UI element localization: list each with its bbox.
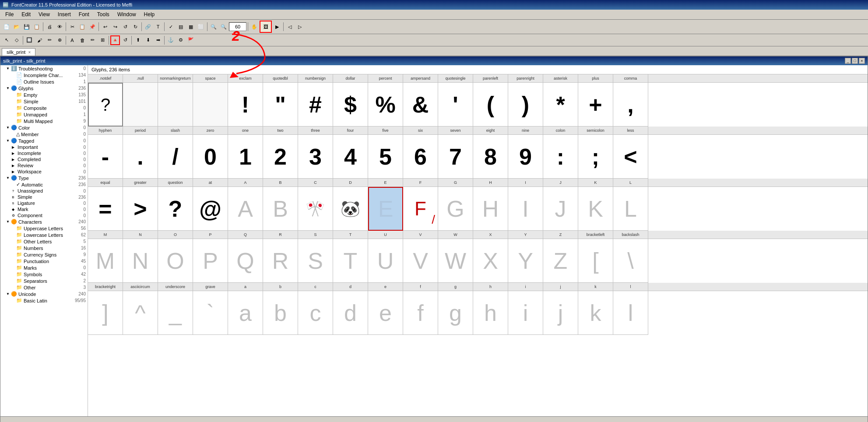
paste-button[interactable]: 📌 [88, 22, 97, 32]
glyph-cell-4-15[interactable]: l [613, 291, 648, 335]
sidebar-item-type[interactable]: ▼ 🔵 Type 236 [0, 175, 88, 181]
glyph-cell-1-13[interactable]: : [543, 135, 578, 179]
glyph-cell-0-3[interactable] [193, 83, 228, 127]
new-button[interactable]: 📄 [2, 22, 11, 32]
glyph-cell-1-5[interactable]: 2 [263, 135, 298, 179]
glyph-cell-3-5[interactable]: R [263, 239, 298, 283]
glyph-cell-1-0[interactable]: - [88, 135, 123, 179]
glyph-cell-3-12[interactable]: Y [508, 239, 543, 283]
glyph-cell-2-15[interactable]: L [613, 187, 648, 231]
glyph-cell-0-14[interactable]: + [578, 83, 613, 127]
glyph-cell-1-15[interactable]: < [613, 135, 648, 179]
glyph-cell-0-12[interactable]: ) [508, 83, 543, 127]
glyph-cell-0-13[interactable]: * [543, 83, 578, 127]
glyph-cell-0-4[interactable]: ! [228, 83, 263, 127]
glyph-cell-4-12[interactable]: i [508, 291, 543, 335]
sidebar-item-unmapped[interactable]: 📁 Unmapped 1 [0, 111, 88, 118]
glyph-cell-2-2[interactable]: ? [158, 187, 193, 231]
glyph-cell-0-0[interactable]: ? [88, 83, 123, 127]
link-button[interactable]: 🔗 [143, 22, 153, 32]
glyph-cell-3-0[interactable]: M [88, 239, 123, 283]
zoom-btn2[interactable]: ⊕ [55, 35, 64, 45]
glyph-cell-3-4[interactable]: Q [228, 239, 263, 283]
validate-button[interactable]: ✓ [166, 22, 176, 32]
glyph-cell-4-2[interactable]: _ [158, 291, 193, 335]
test-button[interactable]: ▤ [176, 22, 186, 32]
glyph-cell-2-7[interactable]: 🐼 [333, 187, 368, 231]
glyph-cell-3-1[interactable]: N [123, 239, 158, 283]
glyph-cell-4-0[interactable]: ] [88, 291, 123, 335]
sidebar-item-marks[interactable]: 📁 Marks 0 [0, 264, 88, 271]
sidebar-item-symbols[interactable]: 📁 Symbols 42 [0, 271, 88, 278]
glyph-cell-0-11[interactable]: ( [473, 83, 508, 127]
sidebar-item-multi-mapped[interactable]: 📁 Multi Mapped 9 [0, 118, 88, 124]
menu-insert[interactable]: Insert [54, 11, 74, 18]
glyph-cell-1-10[interactable]: 7 [438, 135, 473, 179]
sidebar-item-tagged[interactable]: ▼ 🔵 Tagged 0 [0, 137, 88, 144]
zoom-in-button[interactable]: 🔍 [219, 22, 228, 32]
sidebar-item-review[interactable]: ▶ Review 0 [0, 162, 88, 169]
undo-button[interactable]: ↩ [100, 22, 110, 32]
sidebar-item-troubleshooting[interactable]: ▼ ℹ️ Troubleshooting 0 [0, 65, 88, 72]
sidebar-item-important[interactable]: ▶ Important 0 [0, 144, 88, 150]
sidebar-item-composite[interactable]: 📁 Composite 0 [0, 105, 88, 111]
print-button[interactable]: 🖨 [45, 22, 54, 32]
test3-button[interactable]: ⬜ [196, 22, 206, 32]
glyph-cell-4-5[interactable]: b [263, 291, 298, 335]
menu-tools[interactable]: Tools [94, 11, 113, 18]
glyph-cell-2-14[interactable]: K [578, 187, 613, 231]
glyph-cell-2-13[interactable]: J [543, 187, 578, 231]
glyph-cell-1-2[interactable]: / [158, 135, 193, 179]
menu-font[interactable]: Font [75, 11, 93, 18]
glyph-cell-0-15[interactable]: , [613, 83, 648, 127]
glyph-cell-1-8[interactable]: 5 [368, 135, 403, 179]
zoom-out-button[interactable]: 🔍 [209, 22, 218, 32]
menu-edit[interactable]: Edit [18, 11, 34, 18]
sidebar-item-color[interactable]: ▼ 🔵 Color 0 [0, 124, 88, 131]
sidebar-item-glyphs[interactable]: ▼ 🔵 Glyphs 236 [0, 85, 88, 91]
glyph-cell-2-10[interactable]: G [438, 187, 473, 231]
glyph-cell-0-5[interactable]: " [263, 83, 298, 127]
sidebar-item-punctuation[interactable]: 📁 Punctuation 45 [0, 258, 88, 264]
glyph-cell-1-9[interactable]: 6 [403, 135, 438, 179]
glyph-cell-3-11[interactable]: X [473, 239, 508, 283]
sidebar-item-component[interactable]: ⚙ Component 0 [0, 212, 88, 218]
arrow-up-button[interactable]: ⬆ [133, 35, 143, 45]
glyph-cell-3-15[interactable]: \ [613, 239, 648, 283]
paint-button[interactable]: 🖌 [35, 35, 44, 45]
menu-view[interactable]: View [35, 11, 53, 18]
pencil-tool[interactable]: ✏ [88, 35, 97, 45]
open-button[interactable]: 📂 [12, 22, 21, 32]
glyph-cell-4-14[interactable]: k [578, 291, 613, 335]
sidebar-item-numbers[interactable]: 📁 Numbers 16 [0, 245, 88, 251]
menu-file[interactable]: File [2, 11, 17, 18]
glyph-cell-3-10[interactable]: W [438, 239, 473, 283]
redo-button[interactable]: ↪ [110, 22, 120, 32]
sidebar-item-workspace[interactable]: ▶ Workspace 0 [0, 169, 88, 175]
node-button[interactable]: ◇ [12, 35, 21, 45]
glyph-cell-2-6[interactable]: 🎌 [298, 187, 333, 231]
menu-window[interactable]: Window [114, 11, 140, 18]
erase2-button[interactable]: 🔺 [110, 35, 120, 45]
glyph-cell-1-6[interactable]: 3 [298, 135, 333, 179]
glyph-cell-2-4[interactable]: A [228, 187, 263, 231]
glyph-cell-3-3[interactable]: P [193, 239, 228, 283]
sidebar-item-ligature[interactable]: fi Ligature 0 [0, 200, 88, 206]
glyph-cell-4-11[interactable]: h [473, 291, 508, 335]
sidebar-item-unicode[interactable]: ▼ 🟠 Unicode 240 [0, 291, 88, 297]
sidebar-item-incomplete[interactable]: ▶ Incomplete 0 [0, 150, 88, 156]
glyph-cell-4-6[interactable]: c [298, 291, 333, 335]
sidebar-item-basic-latin[interactable]: 📁 Basic Latin 95/95 [0, 297, 88, 304]
next-button[interactable]: ▶ [272, 22, 282, 32]
sidebar-item-simple[interactable]: 📁 Simple 101 [0, 98, 88, 105]
glyph-cell-2-11[interactable]: H [473, 187, 508, 231]
sidebar-item-outline-issues[interactable]: 📄 Outline Issues 1 [0, 78, 88, 85]
glyph-cell-2-5[interactable]: B [263, 187, 298, 231]
sidebar-item-automatic[interactable]: ✓ Automatic 236 [0, 181, 88, 188]
glyph-cell-0-1[interactable] [123, 83, 158, 127]
refresh-button[interactable]: ↺ [120, 35, 130, 45]
glyph-cell-3-7[interactable]: T [333, 239, 368, 283]
minimize-button[interactable]: _ [845, 58, 851, 64]
cut-button[interactable]: ✂ [67, 22, 77, 32]
contour-button[interactable]: 🔲 [25, 35, 34, 45]
